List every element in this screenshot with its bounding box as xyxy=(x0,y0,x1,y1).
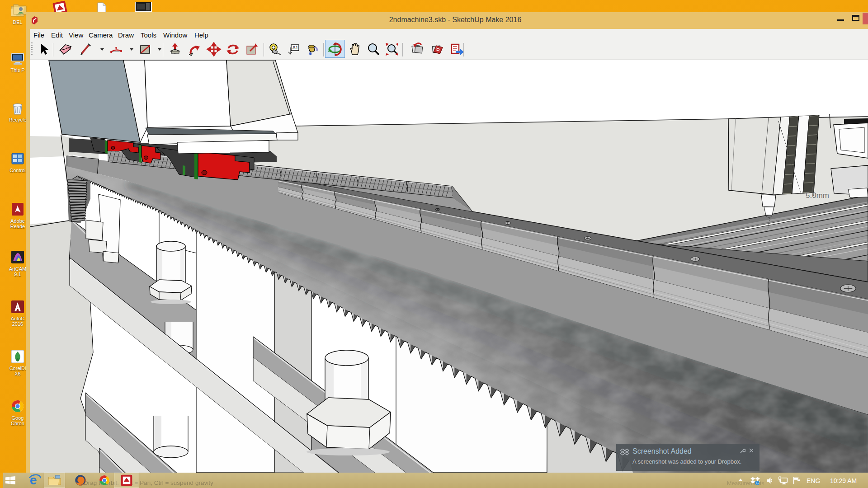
svg-text:A1: A1 xyxy=(292,45,298,50)
svg-text:5.0mm: 5.0mm xyxy=(806,191,829,200)
